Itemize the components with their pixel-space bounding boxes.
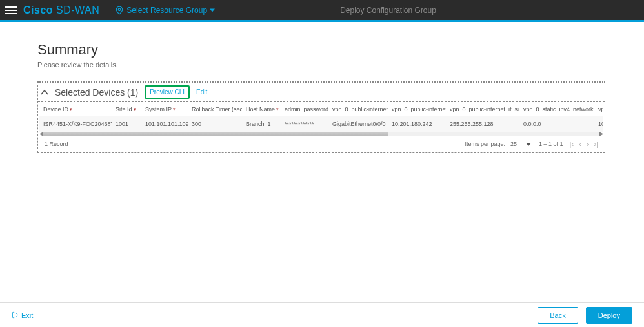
page-footer: Exit Back Deploy [0, 302, 644, 327]
cell-rollback: 300 [188, 121, 242, 127]
scrollbar-thumb[interactable] [43, 132, 388, 136]
page-last-icon[interactable]: ›| [594, 140, 598, 148]
table-header-row: Device ID▾ Site Id▾ System IP▾ Rollback … [39, 102, 603, 116]
cell-vpn0-if-ip: 10.201.180.242 [388, 121, 446, 127]
col-vpn0-if[interactable]: vpn_0_public-internet_if▾ [328, 106, 388, 112]
main-content: Summary Please review the details. Selec… [0, 22, 644, 153]
edit-link[interactable]: Edit [196, 89, 207, 96]
svg-point-0 [119, 8, 121, 11]
sort-icon: ▾ [276, 107, 279, 112]
cell-site-id: 1001 [112, 121, 141, 127]
pagination-info: 1 – 1 of 1 [539, 141, 563, 147]
cell-device-id: ISR4451-X/K9-FOC20468TWU [39, 121, 112, 127]
exit-link[interactable]: Exit [12, 311, 33, 319]
page-subtitle: Please review the details. [37, 61, 605, 69]
record-count: 1 Record [45, 141, 68, 147]
selected-devices-panel: Selected Devices (1) Preview CLI Edit De… [37, 81, 605, 153]
col-system-ip[interactable]: System IP▾ [141, 106, 188, 112]
cell-vpn0-static2: 10.201.18 [594, 121, 603, 127]
cell-vpn0-static-addr: 0.0.0.0 [519, 121, 594, 127]
cell-host-name: Branch_1 [242, 121, 281, 127]
resource-group-label: Select Resource Group [126, 6, 207, 15]
page-title: Summary [37, 41, 605, 58]
ipp-label: Items per page: [465, 141, 506, 147]
pin-icon [115, 6, 124, 15]
page-first-icon[interactable]: |‹ [570, 140, 574, 148]
col-host-name[interactable]: Host Name▾ [242, 106, 281, 112]
brand-cisco: Cisco [23, 5, 53, 16]
preview-cli-button[interactable]: Preview CLI [145, 85, 190, 99]
sort-icon: ▾ [70, 107, 72, 112]
col-vpn0-static2[interactable]: vpn_0_stati [594, 106, 603, 112]
panel-header: Selected Devices (1) Preview CLI Edit [38, 83, 605, 102]
panel-title: Selected Devices (1) [55, 87, 138, 98]
resource-group-selector[interactable]: Select Resource Group [115, 6, 215, 15]
caret-down-icon [210, 8, 215, 13]
wizard-title: Deploy Configuration Group [340, 6, 436, 15]
collapse-toggle[interactable] [41, 89, 48, 96]
hamburger-menu-icon[interactable] [5, 5, 17, 16]
cell-admin-pwd: ************* [281, 121, 328, 127]
brand-logo: Cisco SD-WAN [23, 5, 99, 16]
back-button[interactable]: Back [538, 307, 578, 324]
cell-vpn0-if-subnet: 255.255.255.128 [446, 121, 519, 127]
topbar: Cisco SD-WAN Select Resource Group Deplo… [0, 0, 644, 20]
device-table: Device ID▾ Site Id▾ System IP▾ Rollback … [38, 102, 605, 152]
col-vpn0-if-ip[interactable]: vpn_0_public-internet_if_ip▾ [388, 106, 446, 112]
ipp-select[interactable]: 25 [509, 140, 532, 148]
horizontal-scrollbar[interactable] [43, 132, 599, 136]
cell-system-ip: 101.101.101.109 [141, 121, 188, 127]
col-device-id[interactable]: Device ID▾ [39, 106, 112, 112]
col-vpn0-if-subnet[interactable]: vpn_0_public-internet_if_subnet▾ [446, 106, 519, 112]
exit-label: Exit [21, 311, 33, 319]
exit-icon [12, 311, 19, 319]
col-vpn0-static-addr[interactable]: vpn_0_static_ipv4_network_addr▾ [519, 106, 594, 112]
page-next-icon[interactable]: › [587, 140, 589, 148]
pagination-controls: |‹ ‹ › ›| [570, 140, 598, 148]
table-footer: 1 Record Items per page: 25 1 – 1 of 1 |… [39, 136, 603, 152]
col-rollback[interactable]: Rollback Timer (sec)▾ [188, 106, 242, 112]
sort-icon: ▾ [173, 107, 176, 112]
col-admin-pwd[interactable]: admin_password▾ [281, 106, 328, 112]
ipp-value: 25 [510, 141, 517, 147]
col-site-id[interactable]: Site Id▾ [112, 106, 141, 112]
sort-icon: ▾ [134, 107, 136, 112]
items-per-page: Items per page: 25 [465, 140, 533, 148]
chevron-up-icon [41, 89, 48, 96]
table-row[interactable]: ISR4451-X/K9-FOC20468TWU 1001 101.101.10… [39, 116, 603, 132]
brand-sdwan: SD-WAN [56, 5, 99, 16]
deploy-button[interactable]: Deploy [586, 307, 632, 324]
page-prev-icon[interactable]: ‹ [579, 140, 581, 148]
caret-down-icon [526, 143, 531, 146]
cell-vpn0-if: GigabitEthernet0/0/0 [328, 121, 388, 127]
